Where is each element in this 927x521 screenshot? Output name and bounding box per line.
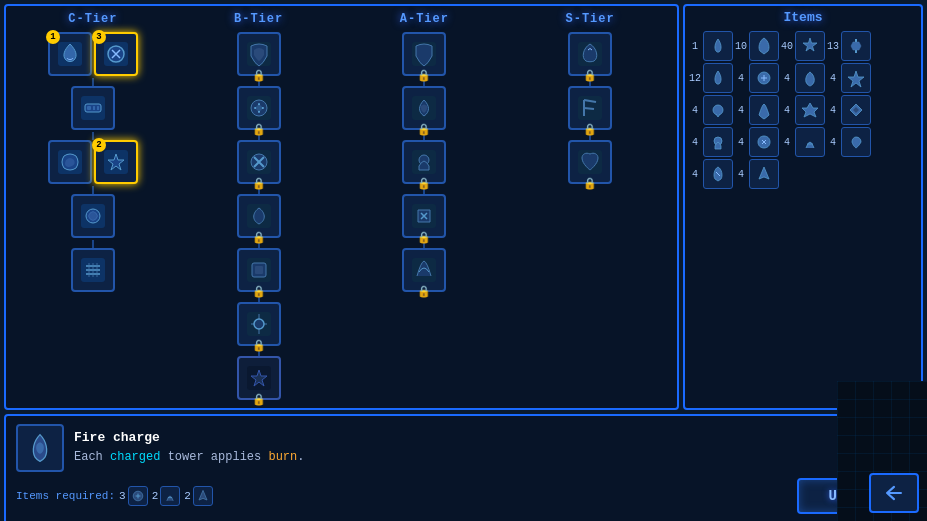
req-item: 2 (152, 486, 181, 506)
a-tier-header: A-Tier (400, 12, 449, 26)
list-item (71, 86, 115, 130)
item-badge: 3 (92, 30, 106, 44)
bottom-footer: Items required: 3 2 2 (16, 478, 911, 514)
list-item (71, 194, 115, 238)
c-tier-column: C-Tier 1 3 (10, 12, 176, 402)
list-item: 🔒 (402, 140, 446, 184)
list-item: 🔒 (568, 140, 612, 184)
c-tier-item-3b[interactable]: 2 (94, 140, 138, 184)
list-item: 🔒 (568, 86, 612, 130)
c-tier-items: 1 3 (48, 32, 138, 294)
item-mini[interactable] (841, 31, 871, 61)
item-count: 4 (689, 137, 701, 148)
item-count: 4 (781, 137, 793, 148)
b-tier-items: 🔒 🔒 🔒 (237, 32, 281, 402)
desc-text-cyan: charged (110, 450, 160, 464)
item-mini[interactable] (703, 127, 733, 157)
lock-icon: 🔒 (252, 285, 266, 298)
item-count: 4 (781, 105, 793, 116)
items-row: 12 4 4 4 (689, 63, 917, 93)
item-mini[interactable] (841, 63, 871, 93)
list-item: 🔒 (237, 86, 281, 130)
item-mini[interactable] (795, 127, 825, 157)
main-container: C-Tier 1 3 (0, 0, 927, 521)
list-item: 🔒 (237, 32, 281, 76)
list-item: 1 (48, 32, 92, 76)
s-tier-items: 🔒 🔒 🔒 (568, 32, 612, 186)
c-tier-item-3a[interactable] (48, 140, 92, 184)
lock-icon: 🔒 (252, 231, 266, 244)
list-item: 🔒 (568, 32, 612, 76)
lock-icon: 🔒 (252, 69, 266, 82)
req-count: 2 (184, 490, 191, 502)
items-row: 4 4 4 4 (689, 95, 917, 125)
item-count: 4 (827, 137, 839, 148)
lock-icon: 🔒 (252, 393, 266, 406)
desc-title: Fire charge (74, 430, 911, 445)
item-mini[interactable] (749, 63, 779, 93)
req-count: 3 (119, 490, 126, 502)
back-arrow-button[interactable] (869, 473, 919, 513)
svg-rect-7 (97, 106, 99, 110)
tiers-section: C-Tier 1 3 (4, 4, 679, 410)
list-item (71, 248, 115, 292)
items-panel-header: Items (689, 10, 917, 25)
items-required: Items required: 3 2 2 (16, 486, 213, 506)
connector (92, 78, 94, 86)
connector (92, 240, 94, 248)
item-mini[interactable] (703, 63, 733, 93)
svg-rect-6 (93, 106, 95, 110)
item-count: 4 (735, 169, 747, 180)
list-item (48, 140, 92, 184)
desc-header: Fire charge Each charged tower applies b… (16, 424, 911, 472)
item-mini[interactable] (795, 31, 825, 61)
desc-text-after: . (297, 450, 304, 464)
item-mini[interactable] (795, 95, 825, 125)
b-tier-column: B-Tier 🔒 🔒 (176, 12, 342, 402)
s-tier-column: S-Tier 🔒 🔒 (507, 12, 673, 402)
item-mini[interactable] (841, 127, 871, 157)
lock-icon: 🔒 (583, 177, 597, 190)
c-tier-item-0[interactable]: 1 (48, 32, 92, 76)
lock-icon: 🔒 (417, 177, 431, 190)
c-tier-item-4[interactable] (71, 194, 115, 238)
item-mini[interactable] (749, 159, 779, 189)
item-mini[interactable] (703, 31, 733, 61)
item-mini[interactable] (703, 159, 733, 189)
item-mini[interactable] (795, 63, 825, 93)
svg-line-42 (584, 108, 594, 109)
item-count: 1 (689, 41, 701, 52)
item-mini[interactable] (749, 95, 779, 125)
lock-icon: 🔒 (583, 69, 597, 82)
list-item: 🔒 (237, 194, 281, 238)
item-count: 4 (735, 73, 747, 84)
svg-marker-47 (802, 103, 818, 117)
items-row: 4 4 (689, 159, 917, 189)
c-tier-item-2[interactable] (71, 86, 115, 130)
desc-text-middle: tower applies (160, 450, 268, 464)
desc-content: Fire charge Each charged tower applies b… (74, 430, 911, 466)
item-count: 4 (735, 137, 747, 148)
item-mini[interactable] (749, 31, 779, 61)
c-tier-item-1[interactable]: 3 (94, 32, 138, 76)
item-mini[interactable] (703, 95, 733, 125)
desc-text-orange: burn (268, 450, 297, 464)
c-tier-item-5[interactable] (71, 248, 115, 292)
req-item: 2 (184, 486, 213, 506)
list-item: 🔒 (237, 140, 281, 184)
list-item: 🔒 (237, 302, 281, 346)
svg-point-22 (256, 105, 262, 111)
description-area: Fire charge Each charged tower applies b… (4, 414, 923, 521)
a-tier-items: 🔒 🔒 🔒 (402, 32, 446, 294)
item-mini[interactable] (749, 127, 779, 157)
item-count: 4 (735, 105, 747, 116)
list-item: 🔒 (402, 248, 446, 292)
items-row: 4 4 4 4 (689, 127, 917, 157)
item-count: 13 (827, 41, 839, 52)
req-item: 3 (119, 486, 148, 506)
items-grid: 1 10 40 13 (689, 31, 917, 189)
s-tier-header: S-Tier (566, 12, 615, 26)
list-item: 🔒 (237, 356, 281, 400)
item-mini[interactable] (841, 95, 871, 125)
svg-rect-28 (255, 266, 263, 274)
